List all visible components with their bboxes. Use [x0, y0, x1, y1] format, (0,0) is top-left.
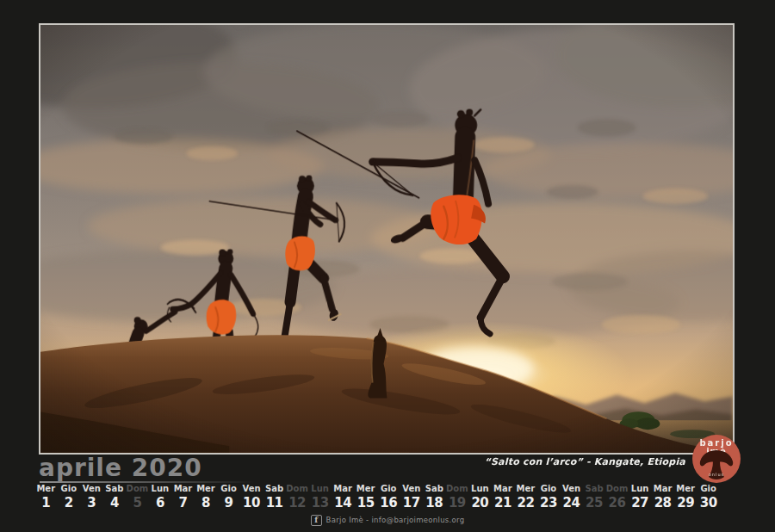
day-number: 21: [492, 496, 515, 510]
day-name-label: Sab: [583, 484, 606, 494]
calendar-day: Dom12: [286, 484, 309, 510]
day-name-label: Gio: [217, 484, 240, 494]
calendar-page: { "calendar": { "month_title": "aprile 2…: [0, 0, 775, 532]
day-name-label: Ven: [400, 484, 424, 494]
calendar-day: Ven3: [80, 484, 103, 510]
day-number: 26: [605, 496, 629, 510]
day-number: 5: [126, 496, 149, 510]
calendar-day: Ven17: [400, 484, 424, 510]
photo-caption: “Salto con l’arco” - Kangate, Etiopia: [485, 456, 685, 467]
calendar-day: Gio30: [697, 484, 720, 510]
day-number: 19: [446, 496, 469, 510]
calendar-day: Gio16: [377, 484, 400, 510]
day-number: 3: [80, 496, 103, 510]
calendar-day: Gio2: [58, 484, 81, 510]
day-name-label: Sab: [103, 484, 127, 494]
day-name-label: Mer: [34, 484, 58, 494]
day-name-label: Dom: [286, 484, 309, 494]
day-number: 4: [103, 496, 127, 510]
day-name-label: Mar: [651, 484, 674, 494]
day-name-label: Gio: [58, 484, 81, 494]
day-name-label: Ven: [80, 484, 103, 494]
day-name-label: Sab: [423, 484, 446, 494]
day-name-label: Gio: [697, 484, 720, 494]
calendar-day: Lun20: [468, 484, 492, 510]
day-name-label: Ven: [560, 484, 583, 494]
day-number: 24: [560, 496, 583, 510]
photo-illustration: [40, 25, 733, 453]
day-number: 15: [354, 496, 377, 510]
day-name-label: Dom: [126, 484, 149, 494]
calendar-day: Ven10: [240, 484, 264, 510]
calendar-day: Gio23: [537, 484, 561, 510]
day-name-label: Mer: [195, 484, 218, 494]
day-number: 18: [423, 496, 446, 510]
title-underline: [40, 481, 255, 483]
calendar-day: Dom26: [605, 484, 629, 510]
day-name-label: Lun: [308, 484, 332, 494]
day-name-label: Ven: [240, 484, 264, 494]
day-name-label: Sab: [263, 484, 286, 494]
day-name-label: Gio: [537, 484, 561, 494]
day-number: 12: [286, 496, 309, 510]
footer-contact: f Barjo Imè - info@barjoimeonlus.org: [0, 514, 775, 526]
day-number: 7: [171, 496, 195, 510]
calendar-day: Mer8: [195, 484, 218, 510]
calendar-day: Mer29: [674, 484, 698, 510]
calendar-day: Mer22: [514, 484, 537, 510]
day-number: 8: [195, 496, 218, 510]
calendar-photo: [39, 23, 735, 455]
calendar-day: Mar14: [332, 484, 355, 510]
day-number: 9: [217, 496, 240, 510]
day-number: 29: [674, 496, 698, 510]
day-name-label: Dom: [446, 484, 469, 494]
calendar-day: Gio9: [217, 484, 240, 510]
calendar-day: Mar28: [651, 484, 674, 510]
day-number: 28: [651, 496, 674, 510]
day-name-label: Mar: [332, 484, 355, 494]
calendar-day: Mar21: [492, 484, 515, 510]
day-name-label: Lun: [468, 484, 492, 494]
day-name-label: Mar: [171, 484, 195, 494]
vignette: [40, 25, 733, 453]
day-number: 14: [332, 496, 355, 510]
day-number: 22: [514, 496, 537, 510]
day-number: 25: [583, 496, 606, 510]
calendar-day: Ven24: [560, 484, 583, 510]
calendar-day: Dom19: [446, 484, 469, 510]
calendar-days-row: Mer1Gio2Ven3Sab4Dom5Lun6Mar7Mer8Gio9Ven1…: [34, 484, 720, 510]
day-name-label: Mer: [514, 484, 537, 494]
day-name-label: Mar: [492, 484, 515, 494]
day-number: 23: [537, 496, 561, 510]
calendar-day: Lun27: [629, 484, 652, 510]
day-number: 11: [263, 496, 286, 510]
month-title: aprile 2020: [39, 454, 202, 482]
ngo-logo: barjo imè onlus: [692, 435, 741, 483]
logo-text-onlus: onlus: [692, 472, 741, 477]
day-number: 1: [34, 496, 58, 510]
day-number: 17: [400, 496, 424, 510]
day-name-label: Gio: [377, 484, 400, 494]
calendar-day: Lun6: [149, 484, 172, 510]
calendar-day: Sab4: [103, 484, 127, 510]
day-number: 6: [149, 496, 172, 510]
calendar-day: Lun13: [308, 484, 332, 510]
calendar-day: Mer15: [354, 484, 377, 510]
day-name-label: Mer: [674, 484, 698, 494]
day-number: 16: [377, 496, 400, 510]
day-name-label: Lun: [149, 484, 172, 494]
calendar-day: Sab11: [263, 484, 286, 510]
facebook-icon: f: [311, 515, 322, 526]
day-number: 30: [697, 496, 720, 510]
day-number: 13: [308, 496, 332, 510]
day-name-label: Lun: [629, 484, 652, 494]
day-name-label: Mer: [354, 484, 377, 494]
day-name-label: Dom: [605, 484, 629, 494]
calendar-day: Sab18: [423, 484, 446, 510]
day-number: 2: [58, 496, 81, 510]
calendar-day: Mer1: [34, 484, 58, 510]
footer-text: Barjo Imè - info@barjoimeonlus.org: [326, 516, 465, 524]
calendar-day: Mar7: [171, 484, 195, 510]
day-number: 20: [468, 496, 492, 510]
calendar-day: Sab25: [583, 484, 606, 510]
